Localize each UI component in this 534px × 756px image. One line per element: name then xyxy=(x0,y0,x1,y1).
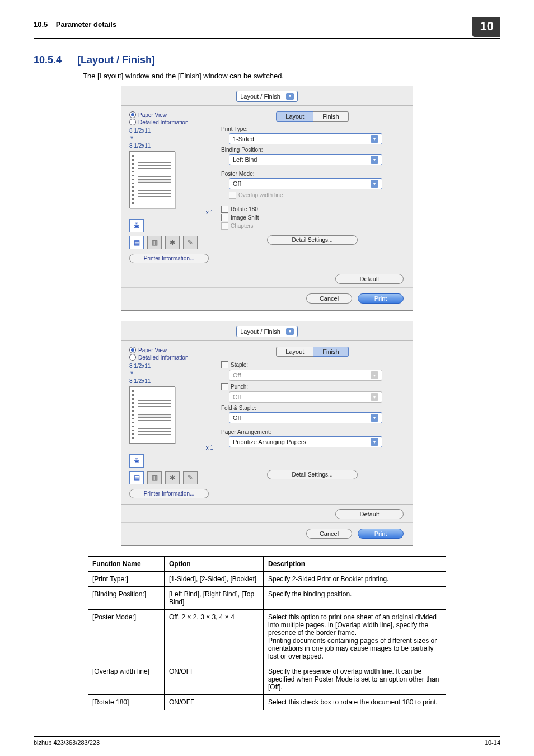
chevron-updown-icon: ▾ xyxy=(286,93,294,100)
poster-mode-select[interactable]: Off ▾ xyxy=(229,178,382,189)
paper-arrangement-select[interactable]: Prioritize Arranging Papers ▾ xyxy=(229,436,382,447)
punch-select: Off ▾ xyxy=(229,391,382,403)
fold-staple-select[interactable]: Off ▾ xyxy=(229,412,382,423)
image-shift-label: Image Shift xyxy=(231,214,259,221)
cell-opt: [Left Bind], [Right Bind], [Top Bind] xyxy=(165,587,264,610)
dialog-sidebar: Paper View Detailed Information 8 1/2x11… xyxy=(129,347,213,498)
cell-desc: Select this option to print one sheet of… xyxy=(264,610,447,664)
overlap-width-label: Overlap width line xyxy=(238,192,283,198)
default-button[interactable]: Default xyxy=(335,274,404,284)
panel-select[interactable]: Layout / Finish ▾ xyxy=(236,326,298,337)
dialog-layout: Layout / Finish ▾ Paper View Detailed In… xyxy=(121,86,413,311)
staple-checkbox[interactable]: Staple: xyxy=(221,361,404,368)
tab-layout[interactable]: Layout xyxy=(276,347,313,357)
cell-desc: Select this check box to rotate the docu… xyxy=(264,695,447,710)
fold-staple-label: Fold & Staple: xyxy=(221,405,404,411)
poster-mode-label: Poster Mode: xyxy=(221,171,404,177)
panel-select[interactable]: Layout / Finish ▾ xyxy=(236,91,298,102)
tab-finish[interactable]: Finish xyxy=(313,347,348,357)
cell-opt: ON/OFF xyxy=(165,664,264,695)
binding-position-value: Left Bind xyxy=(233,156,257,163)
section-title: [Layout / Finish] xyxy=(77,54,155,66)
checkbox-icon xyxy=(221,361,228,368)
tab-segment: Layout Finish xyxy=(221,347,404,357)
page-icon[interactable]: ▤ xyxy=(129,236,144,249)
function-table: Function Name Option Description [Print … xyxy=(88,556,446,710)
fold-staple-value: Off xyxy=(233,414,241,421)
cell-opt: ON/OFF xyxy=(165,695,264,710)
section-description: The [Layout] window and the [Finish] win… xyxy=(83,72,500,80)
quality-icon[interactable]: ✎ xyxy=(183,471,198,484)
cell-opt: [1-Sided], [2-Sided], [Booklet] xyxy=(165,572,264,587)
cell-desc: Specify 2-Sided Print or Booklet printin… xyxy=(264,572,447,587)
cell-fn: [Rotate 180] xyxy=(88,695,165,710)
chevron-updown-icon: ▾ xyxy=(371,135,378,143)
tab-finish[interactable]: Finish xyxy=(313,111,348,122)
image-shift-checkbox[interactable]: Image Shift xyxy=(221,214,404,221)
printer-information-button[interactable]: Printer Information... xyxy=(129,489,209,498)
staple-select: Off ▾ xyxy=(229,370,382,381)
chevron-updown-icon: ▾ xyxy=(371,371,378,379)
binding-position-select[interactable]: Left Bind ▾ xyxy=(229,154,382,165)
th-description: Description xyxy=(264,557,447,572)
staple-value: Off xyxy=(233,372,241,379)
chapter-badge: 10 xyxy=(472,17,500,37)
header-section-title: Parameter details xyxy=(56,20,116,29)
radio-paper-view[interactable]: Paper View xyxy=(129,347,213,353)
print-button[interactable]: Print xyxy=(358,529,404,539)
detail-settings-button[interactable]: Detail Settings... xyxy=(267,470,358,479)
quality-icon[interactable]: ✎ xyxy=(183,236,198,249)
chapters-checkbox: Chapters xyxy=(221,222,404,230)
header-left: 10.5 Parameter details xyxy=(34,17,116,29)
panel-select-value: Layout / Finish xyxy=(240,93,280,100)
checkbox-icon xyxy=(221,222,228,230)
table-row: [Rotate 180] ON/OFF Select this check bo… xyxy=(88,695,446,710)
radio-detailed-info[interactable]: Detailed Information xyxy=(129,119,213,125)
cell-fn: [Binding Position:] xyxy=(88,587,165,610)
table-row: [Binding Position:] [Left Bind], [Right … xyxy=(88,587,446,610)
default-button[interactable]: Default xyxy=(335,509,404,519)
copy-count: x 1 xyxy=(129,445,213,451)
page-footer: bizhub 423/363/283/223 10-14 xyxy=(34,736,500,746)
radio-paper-view-label: Paper View xyxy=(138,347,167,353)
printer-icon[interactable]: 🖶 xyxy=(129,219,144,232)
stamp-icon[interactable]: ✱ xyxy=(165,471,180,484)
section-number: 10.5.4 xyxy=(34,54,62,66)
cell-desc: Specify the presence of overlap width li… xyxy=(264,664,447,695)
tab-layout[interactable]: Layout xyxy=(276,111,313,122)
overlay-icon[interactable]: ▥ xyxy=(147,471,162,484)
detail-settings-button[interactable]: Detail Settings... xyxy=(267,235,358,245)
print-type-select[interactable]: 1-Sided ▾ xyxy=(229,133,382,144)
cancel-button[interactable]: Cancel xyxy=(306,529,352,539)
th-function-name: Function Name xyxy=(88,557,165,572)
copy-count: x 1 xyxy=(129,209,213,216)
cell-desc: Specify the binding position. xyxy=(264,587,447,610)
radio-dot-selected-icon xyxy=(129,111,136,118)
radio-detailed-info[interactable]: Detailed Information xyxy=(129,354,213,361)
printer-information-button[interactable]: Printer Information... xyxy=(129,254,209,263)
cell-fn: [Poster Mode:] xyxy=(88,610,165,664)
stamp-icon[interactable]: ✱ xyxy=(165,236,180,249)
panel-select-value: Layout / Finish xyxy=(240,328,280,335)
sidebar-icon-row: 🖶 xyxy=(129,219,213,232)
dialog-main-finish: Layout Finish Staple: Off ▾ Punch: Off xyxy=(221,347,404,498)
poster-mode-value: Off xyxy=(233,180,241,187)
print-button[interactable]: Print xyxy=(358,293,404,304)
radio-paper-view[interactable]: Paper View xyxy=(129,111,213,118)
overlay-icon[interactable]: ▥ xyxy=(147,236,162,249)
footer-model: bizhub 423/363/283/223 xyxy=(34,739,100,746)
radio-paper-view-label: Paper View xyxy=(138,112,167,118)
paper-size-in: 8 1/2x11 xyxy=(129,363,213,369)
page-header: 10.5 Parameter details 10 xyxy=(34,17,500,39)
chevron-updown-icon: ▾ xyxy=(371,438,378,446)
rotate-180-checkbox[interactable]: Rotate 180 xyxy=(221,206,404,213)
printer-icon[interactable]: 🖶 xyxy=(129,454,144,468)
page-preview xyxy=(129,386,175,444)
chapters-label: Chapters xyxy=(231,223,254,229)
tab-segment: Layout Finish xyxy=(221,111,404,122)
page-icon[interactable]: ▤ xyxy=(129,471,144,484)
print-type-value: 1-Sided xyxy=(233,136,254,142)
punch-checkbox[interactable]: Punch: xyxy=(221,383,404,390)
radio-detailed-info-label: Detailed Information xyxy=(138,119,189,125)
cancel-button[interactable]: Cancel xyxy=(306,293,352,304)
